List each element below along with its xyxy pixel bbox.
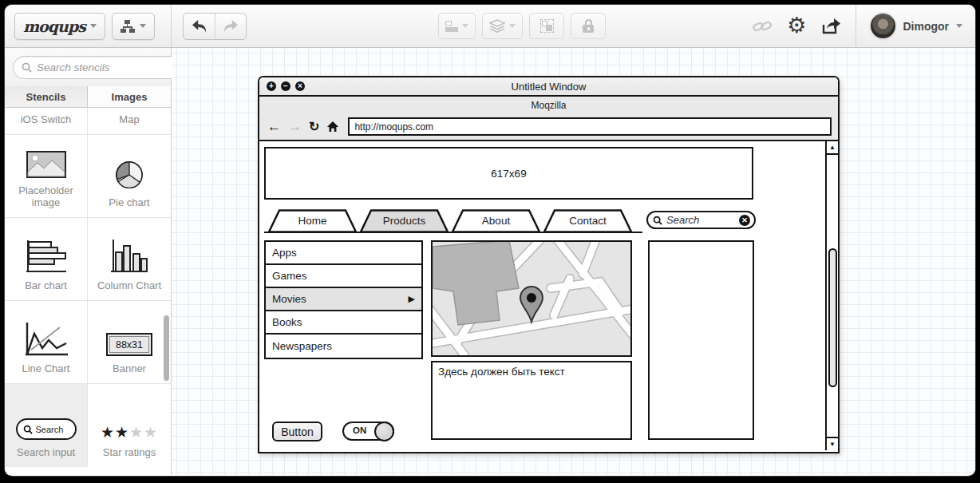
redo-button[interactable]	[215, 14, 246, 39]
stencil-sidebar: Stencils Images iOS Switch Map	[5, 48, 172, 475]
format-tools-group	[438, 13, 606, 39]
search-icon	[22, 62, 32, 73]
toggle-knob[interactable]	[374, 422, 394, 441]
stencil-placeholder-image[interactable]: Placeholder image	[5, 135, 88, 217]
back-icon: ←	[267, 120, 281, 133]
scroll-down-icon[interactable]: ▼	[827, 437, 838, 450]
tab-products[interactable]: Products	[359, 209, 449, 233]
chevron-down-icon	[90, 24, 97, 28]
tab-images[interactable]: Images	[88, 86, 171, 107]
menu-item-books[interactable]: Books	[266, 311, 421, 335]
menu-item-apps[interactable]: Apps	[266, 242, 421, 265]
layers-icon	[489, 19, 505, 34]
tab-stencils[interactable]: Stencils	[5, 86, 88, 107]
placeholder-image-icon	[26, 151, 66, 178]
banner-icon: 88x31	[106, 333, 152, 356]
map-widget[interactable]	[431, 240, 632, 357]
bar-chart-icon	[26, 240, 66, 273]
share-export-button[interactable]	[820, 17, 841, 36]
content-scrollbar[interactable]: ▲ ▼	[825, 141, 838, 450]
stencil-banner[interactable]: 88x31 Banner	[88, 301, 171, 383]
on-off-toggle[interactable]: ON	[342, 422, 394, 441]
scroll-up-icon[interactable]: ▲	[827, 141, 838, 155]
menu-item-newspapers[interactable]: Newspapers	[266, 335, 421, 358]
wireframe-browser-window[interactable]: + − × Untitled Window Moqzilla ← → ↻ htt…	[258, 76, 840, 453]
lock-icon	[583, 19, 594, 33]
group-button[interactable]	[529, 13, 564, 39]
stencil-star-ratings[interactable]: ★★★★ Star ratings	[88, 384, 171, 467]
stencil-list: iOS Switch Map Placeholder image	[5, 108, 171, 475]
redo-icon	[222, 19, 239, 34]
stencil-search-input[interactable]: Search Search input	[5, 384, 88, 467]
menu-item-games[interactable]: Games	[266, 265, 421, 288]
home-icon	[326, 121, 339, 133]
star-rating-icon: ★★★★	[101, 425, 158, 440]
window-titlebar[interactable]: + − × Untitled Window	[259, 77, 838, 97]
moqups-app-window: moqups	[5, 5, 975, 476]
sidebar-search-panel	[5, 48, 171, 86]
text-area[interactable]: Здесь должен быть текст	[431, 361, 632, 440]
map-icon	[433, 242, 630, 355]
scrollbar-thumb[interactable]	[828, 248, 837, 387]
chevron-down-icon	[462, 24, 468, 28]
tab-home[interactable]: Home	[267, 209, 358, 233]
stencil-ios-switch[interactable]: iOS Switch	[5, 108, 88, 134]
toolbar-main-section: ⚙ Dimogor	[172, 5, 975, 47]
browser-content: 617x69 Home Products Abou	[259, 141, 838, 450]
browser-nav-row: ← → ↻ http://moqups.com	[259, 113, 838, 140]
align-button[interactable]	[438, 13, 476, 39]
moqups-logo: moqups	[23, 18, 85, 35]
tab-contact[interactable]: Contact	[543, 209, 633, 233]
lock-button[interactable]	[571, 13, 606, 39]
chevron-down-icon	[956, 24, 962, 28]
gear-icon: ⚙	[787, 15, 806, 37]
url-field: http://moqups.com	[348, 117, 832, 136]
stencil-line-chart[interactable]: Line Chart	[5, 301, 88, 383]
browser-name: Moqzilla	[259, 97, 838, 113]
pie-chart-icon	[114, 160, 144, 190]
tab-about[interactable]: About	[451, 209, 541, 233]
submenu-arrow-icon: ▶	[409, 294, 415, 304]
editor-canvas[interactable]: + − × Untitled Window Moqzilla ← → ↻ htt…	[172, 48, 975, 475]
clear-icon[interactable]: ✕	[739, 215, 750, 226]
column-chart-icon	[111, 240, 148, 273]
search-icon	[653, 216, 662, 225]
stencil-bar-chart[interactable]: Bar chart	[5, 218, 88, 300]
pages-sitemap-button[interactable]	[112, 13, 155, 40]
link-icon	[752, 18, 773, 34]
search-input[interactable]	[37, 61, 178, 73]
forward-icon: →	[288, 120, 302, 133]
project-menu-button[interactable]: moqups	[14, 13, 105, 40]
stencil-column-chart[interactable]: Column Chart	[88, 218, 171, 300]
user-name: Dimogor	[903, 20, 949, 33]
wireframe-search-field[interactable]: Search ✕	[646, 211, 756, 229]
sidebar-scrollbar-thumb[interactable]	[164, 315, 169, 381]
empty-panel	[648, 240, 754, 440]
tab-baseline	[264, 232, 642, 233]
sidebar-tabs: Stencils Images	[5, 86, 171, 108]
link-button[interactable]	[752, 18, 773, 34]
toolbar-right-section: ⚙ Dimogor	[752, 5, 975, 47]
settings-button[interactable]: ⚙	[787, 15, 806, 37]
toolbar-divider	[856, 5, 856, 48]
user-menu[interactable]: Dimogor	[871, 14, 962, 38]
undo-icon	[191, 19, 208, 34]
chevron-down-icon	[140, 24, 146, 28]
undo-button[interactable]	[184, 14, 215, 39]
search-icon	[23, 425, 33, 434]
menu-item-movies[interactable]: Movies▶	[266, 288, 421, 311]
layers-button[interactable]	[482, 13, 523, 39]
image-placeholder: 617x69	[264, 147, 753, 200]
nav-tab-strip: Home Products About Contact	[264, 209, 642, 233]
browser-chrome: Moqzilla ← → ↻ http://moqups.com	[259, 97, 838, 141]
top-toolbar: moqups	[5, 5, 975, 48]
stencil-pie-chart[interactable]: Pie chart	[88, 135, 171, 217]
sitemap-icon	[121, 20, 135, 33]
wireframe-button[interactable]: Button	[272, 422, 322, 441]
stencil-map[interactable]: Map	[88, 108, 171, 134]
share-icon	[820, 17, 841, 36]
line-chart-icon	[25, 323, 68, 356]
toolbar-left-section: moqups	[5, 5, 172, 47]
stencil-search-box[interactable]	[13, 56, 187, 79]
avatar	[871, 14, 895, 38]
